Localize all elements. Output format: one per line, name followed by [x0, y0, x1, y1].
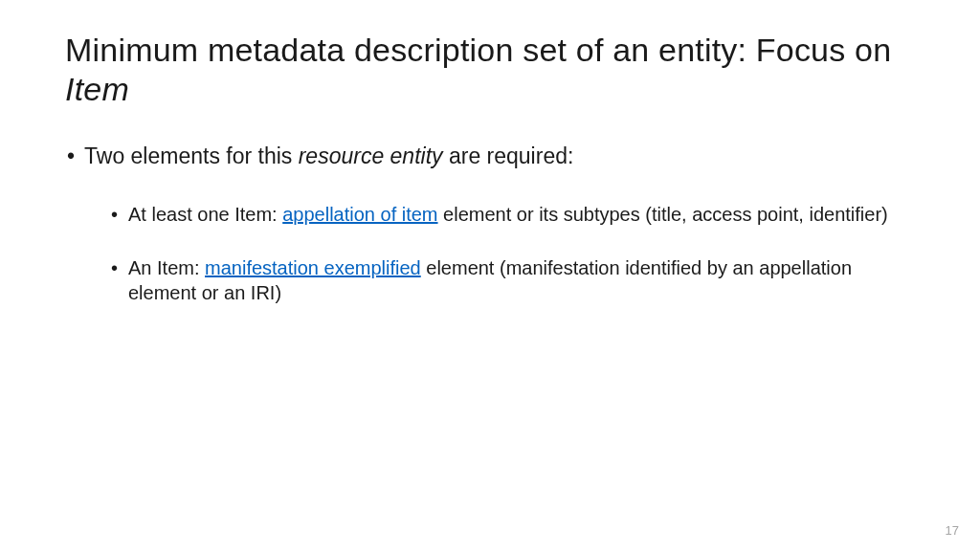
sub-bullet-2: An Item: manifestation exemplified eleme… — [111, 255, 905, 305]
appellation-link[interactable]: appellation of item — [282, 204, 437, 225]
bullet1-text-2: element or its subtypes (title, access p… — [438, 204, 888, 225]
bullet2-text-1: An Item: — [128, 257, 205, 278]
slide-title: Minimum metadata description set of an e… — [65, 31, 915, 109]
manifestation-link[interactable]: manifestation exemplified — [205, 257, 421, 278]
sub-bullet-1: At least one Item: appellation of item e… — [111, 202, 905, 227]
title-text: Minimum metadata description set of an e… — [65, 32, 891, 68]
intro-text-1: Two elements for this — [84, 143, 299, 168]
intro-italic: resource entity — [299, 143, 443, 168]
bullet1-text-1: At least one Item: — [128, 204, 282, 225]
slide-container: Minimum metadata description set of an e… — [0, 0, 980, 551]
page-number: 17 — [946, 523, 959, 538]
intro-text-2: are required: — [443, 143, 574, 168]
title-italic: Item — [65, 71, 129, 107]
intro-bullet: Two elements for this resource entity ar… — [67, 143, 915, 169]
